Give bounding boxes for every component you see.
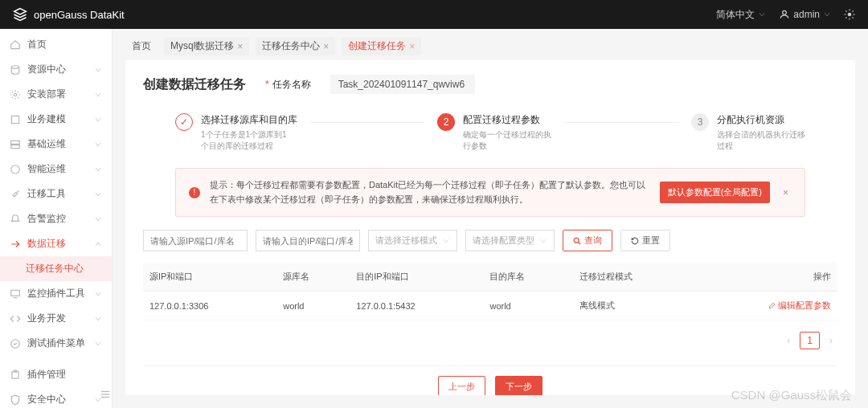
prev-page[interactable]: ‹ <box>782 332 795 349</box>
warning-icon: ! <box>189 187 200 198</box>
sidebar-item-label: 插件管理 <box>27 368 66 381</box>
sidebar-item-label: 数据迁移 <box>27 237 66 251</box>
dst-ip-filter[interactable] <box>256 230 360 251</box>
home-icon <box>10 39 21 51</box>
chevron-down-icon <box>94 116 102 124</box>
test-icon <box>10 338 21 349</box>
monitor-icon <box>10 288 21 300</box>
query-button[interactable]: 查询 <box>563 230 612 251</box>
theme-icon[interactable] <box>844 9 855 20</box>
page-number[interactable]: 1 <box>800 332 820 349</box>
svg-line-9 <box>853 10 854 11</box>
svg-point-15 <box>11 165 20 173</box>
edit-icon <box>768 302 776 310</box>
user-menu[interactable]: admin <box>779 9 831 20</box>
sidebar-item-label: 首页 <box>27 38 47 51</box>
step-3: 3分配执行机资源选择合适的机器执行迁移过程 <box>691 113 805 152</box>
close-icon[interactable]: × <box>323 41 329 52</box>
reset-button[interactable]: 重置 <box>620 230 670 251</box>
page-title: 创建数据迁移任务 <box>143 76 246 93</box>
sidebar-item-首页[interactable]: 首页 <box>0 32 112 57</box>
sidebar-item-迁移任务中心[interactable]: 迁移任务中心 <box>0 256 112 281</box>
next-step-button[interactable]: 下一步 <box>495 376 542 395</box>
svg-point-24 <box>574 238 579 243</box>
content: 创建数据迁移任务 *任务名称 ✓选择迁移源库和目的库1个子任务是1个源库到1个目… <box>125 60 855 395</box>
sidebar-item-插件管理[interactable]: 插件管理 <box>0 362 112 387</box>
lang-switch[interactable]: 简体中文 <box>716 8 766 22</box>
brand-title: openGauss DataKit <box>34 9 125 21</box>
svg-rect-16 <box>11 290 20 296</box>
src-ip-filter[interactable] <box>143 230 248 251</box>
chevron-down-icon <box>94 215 102 223</box>
sidebar: 首页资源中心安装部署业务建模基础运维智能运维迁移工具告警监控数据迁移迁移任务中心… <box>0 29 113 408</box>
sidebar-item-资源中心[interactable]: 资源中心 <box>0 57 112 82</box>
chevron-down-icon <box>94 141 102 149</box>
svg-point-11 <box>14 93 17 96</box>
type-filter[interactable]: 请选择配置类型 <box>465 230 555 251</box>
sidebar-item-label: 资源中心 <box>27 63 66 76</box>
step-desc: 确定每一个迁移过程的执行参数 <box>463 129 551 152</box>
col-header: 源IP和端口 <box>143 263 276 292</box>
filter-bar: 请选择迁移模式 请选择配置类型 查询 重置 <box>143 230 837 251</box>
sidebar-item-label: 迁移工具 <box>27 187 66 201</box>
sidebar-item-label: 业务开发 <box>27 312 66 325</box>
migration-table: 源IP和端口源库名目的IP和端口目的库名迁移过程模式操作 127.0.0.1:3… <box>143 263 837 320</box>
svg-point-1 <box>848 13 852 17</box>
step-indicator: ✓选择迁移源库和目的库1个子任务是1个源库到1个目的库的迁移过程2配置迁移过程参… <box>175 113 805 152</box>
sidebar-item-label: 安装部署 <box>27 88 66 101</box>
alert-text: 提示：每个迁移过程都需要有参数配置，DataKit已经为每一个迁移过程（即子任务… <box>210 178 650 206</box>
brain-icon <box>10 164 21 175</box>
breadcrumb-迁移任务中心[interactable]: 迁移任务中心 × <box>256 37 335 55</box>
step-title: 选择迁移源库和目的库 <box>201 113 297 127</box>
brand: openGauss DataKit <box>13 7 125 22</box>
close-icon[interactable]: × <box>780 187 792 198</box>
breadcrumb-创建迁移任务[interactable]: 创建迁移任务 × <box>342 37 421 55</box>
svg-rect-12 <box>11 116 18 123</box>
chevron-down-icon <box>823 10 831 18</box>
sidebar-item-告警监控[interactable]: 告警监控 <box>0 206 112 231</box>
svg-line-6 <box>845 10 846 11</box>
col-header: 目的IP和端口 <box>350 263 483 292</box>
svg-point-0 <box>783 10 787 14</box>
step-1: ✓选择迁移源库和目的库1个子任务是1个源库到1个目的库的迁移过程 <box>175 113 297 152</box>
sidebar-item-智能运维[interactable]: 智能运维 <box>0 157 112 182</box>
sidebar-item-label: 智能运维 <box>27 162 66 176</box>
next-page[interactable]: › <box>825 332 837 349</box>
step-desc: 1个子任务是1个源库到1个目的库的迁移过程 <box>201 129 289 152</box>
chevron-down-icon <box>94 66 102 74</box>
close-icon[interactable]: × <box>237 41 243 52</box>
mode-filter[interactable]: 请选择迁移模式 <box>368 230 457 251</box>
sidebar-item-安装部署[interactable]: 安装部署 <box>0 82 112 107</box>
sidebar-item-label: 告警监控 <box>27 212 66 226</box>
svg-point-10 <box>11 65 18 68</box>
breadcrumbs: 首页Mysql数据迁移 ×迁移任务中心 ×创建迁移任务 × <box>113 29 868 60</box>
step-circle: 3 <box>691 113 709 131</box>
sidebar-item-基础运维[interactable]: 基础运维 <box>0 132 112 157</box>
search-icon <box>573 237 581 245</box>
sidebar-item-数据迁移[interactable]: 数据迁移 <box>0 231 112 256</box>
sidebar-item-监控插件工具[interactable]: 监控插件工具 <box>0 281 112 306</box>
plugin-icon <box>10 369 21 381</box>
sidebar-collapse[interactable] <box>100 389 111 400</box>
alert-banner: ! 提示：每个迁移过程都需要有参数配置，DataKit已经为每一个迁移过程（即子… <box>175 168 805 217</box>
breadcrumb-首页[interactable]: 首页 <box>125 37 158 55</box>
sidebar-item-业务开发[interactable]: 业务开发 <box>0 306 112 331</box>
sidebar-item-label: 测试插件菜单 <box>27 337 85 350</box>
prev-step-button[interactable]: 上一步 <box>438 376 485 395</box>
edit-config-link[interactable]: 编辑配置参数 <box>768 300 831 312</box>
breadcrumb-Mysql数据迁移[interactable]: Mysql数据迁移 × <box>164 37 249 55</box>
sidebar-item-安全中心[interactable]: 安全中心 <box>0 387 112 408</box>
dev-icon <box>10 313 21 324</box>
sidebar-item-label: 安全中心 <box>27 393 66 406</box>
default-config-button[interactable]: 默认参数配置(全局配置) <box>660 182 770 203</box>
sidebar-item-测试插件菜单[interactable]: 测试插件菜单 <box>0 331 112 356</box>
pagination: ‹ 1 › <box>143 332 837 349</box>
sidebar-item-业务建模[interactable]: 业务建模 <box>0 107 112 132</box>
chevron-down-icon <box>94 290 102 298</box>
tool-icon <box>10 189 21 200</box>
svg-line-7 <box>853 18 854 18</box>
task-name-input[interactable] <box>330 75 475 94</box>
logo-icon <box>13 7 27 22</box>
close-icon[interactable]: × <box>409 41 415 52</box>
sidebar-item-迁移工具[interactable]: 迁移工具 <box>0 182 112 206</box>
